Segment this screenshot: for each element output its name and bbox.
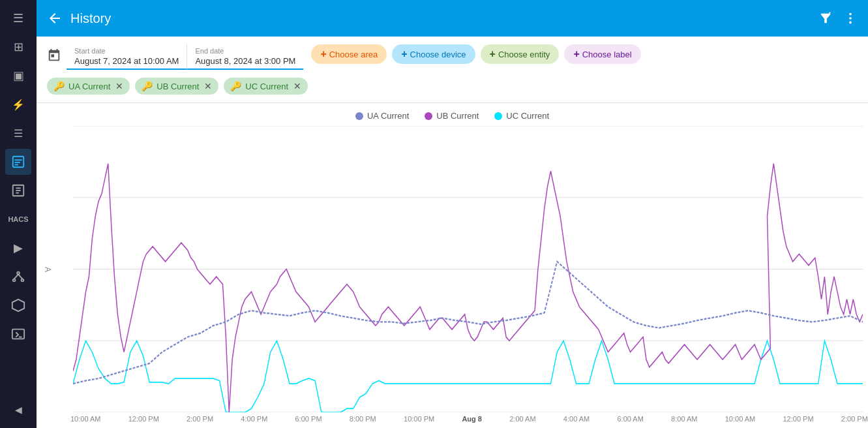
legend-uc: UC Current [494,111,549,121]
x-label-9: 4:00 AM [563,415,590,423]
x-label-8: 2:00 AM [509,415,535,423]
sidebar-item-vscode[interactable] [5,292,31,318]
filter-chips: + Choose area + Choose device + Choose e… [311,44,640,64]
end-date[interactable]: End date August 8, 2024 at 3:00 PM [187,44,303,70]
x-label-14: 2:00 PM [841,415,868,423]
back-button[interactable] [47,10,63,26]
uc-current-line [73,341,863,412]
date-section: Start date August 7, 2024 at 10:00 AM En… [47,44,303,70]
legend-dot-ua [355,112,363,120]
plus-icon: + [401,48,407,60]
remove-uc-button[interactable]: ✕ [293,81,301,91]
key-icon-ua: 🔑 [53,81,65,91]
calendar-icon[interactable] [47,48,61,66]
legend-ua: UA Current [355,111,409,121]
x-label-11: 8:00 AM [671,415,697,423]
end-date-label: End date [195,47,295,55]
sidebar-item-menu[interactable]: ☰ [5,5,31,31]
chart-area: UA Current UB Current UC Current A [37,103,868,428]
choose-area-button[interactable]: + Choose area [311,44,387,64]
date-range-selector: Start date August 7, 2024 at 10:00 AM En… [67,44,303,70]
y-axis-label: A [43,266,52,271]
x-label-12: 10:00 AM [725,415,755,423]
x-label-13: 12:00 PM [783,415,813,423]
topbar: History [37,0,868,37]
plus-icon: + [320,48,326,60]
svg-rect-2 [15,162,20,163]
sidebar-item-logbook[interactable] [5,177,31,204]
sidebar-item-network[interactable] [5,264,31,290]
sidebar-item-history[interactable] [5,149,31,175]
x-label-5: 8:00 PM [350,415,376,423]
sidebar-item-devices[interactable]: ▣ [5,63,31,89]
end-date-value: August 8, 2024 at 3:00 PM [195,56,295,66]
sidebar-item-terminal[interactable] [5,321,31,347]
start-date-label: Start date [74,47,179,55]
topbar-actions [818,11,858,25]
svg-marker-13 [12,299,24,311]
entity-label-uc: UC Current [245,82,288,91]
plus-icon: + [573,48,579,60]
entity-chip-ua[interactable]: 🔑 UA Current ✕ [47,78,130,95]
svg-point-8 [17,272,20,275]
remove-ub-button[interactable]: ✕ [204,81,212,91]
main-content: History Start date August 7, 2024 at [37,0,868,428]
sidebar-item-dashboard[interactable]: ⊞ [5,34,31,60]
sidebar-item-hacs[interactable]: HACS [5,206,31,232]
legend-ub: UB Current [425,111,479,121]
choose-device-button[interactable]: + Choose device [392,44,475,64]
legend-label-ua: UA Current [367,111,409,121]
start-date[interactable]: Start date August 7, 2024 at 10:00 AM [67,44,187,70]
svg-point-17 [849,13,852,16]
svg-line-11 [14,274,18,279]
x-label-2: 2:00 PM [187,415,213,423]
x-label-1: 12:00 PM [128,415,159,423]
x-label-7: Aug 8 [462,415,482,423]
svg-point-10 [22,279,24,282]
remove-ua-button[interactable]: ✕ [115,81,123,91]
sidebar-item-automations[interactable]: ⚡ [5,91,31,117]
key-icon-ub: 🔑 [142,81,153,91]
sidebar-item-collapse[interactable]: ◀ [5,397,31,423]
sidebar-item-media[interactable]: ▶ [5,235,31,261]
svg-point-19 [849,22,852,24]
entity-label-ub: UB Current [157,82,199,91]
filter-bar: Start date August 7, 2024 at 10:00 AM En… [37,37,868,103]
more-options-icon[interactable] [843,11,858,25]
x-axis-labels: 10:00 AM 12:00 PM 2:00 PM 4:00 PM 6:00 P… [37,412,868,428]
ua-current-line [73,262,863,384]
svg-rect-1 [15,159,22,160]
chart-container: A 15 10 5 0 [37,126,868,412]
plus-icon: + [490,48,496,60]
x-label-4: 6:00 PM [295,415,322,423]
ub-current-line [73,164,863,412]
history-chart: 15 10 5 0 [73,126,863,412]
key-icon-uc: 🔑 [230,81,241,91]
chart-legend: UA Current UB Current UC Current [37,108,868,126]
sidebar: ☰ ⊞ ▣ ⚡ ☰ HACS ▶ ◀ [0,0,37,428]
page-title: History [70,11,811,26]
selected-entity-chips: 🔑 UA Current ✕ 🔑 UB Current ✕ 🔑 UC Curre… [47,78,308,95]
x-label-10: 6:00 AM [617,415,643,423]
svg-line-12 [18,274,22,279]
entity-chip-uc[interactable]: 🔑 UC Current ✕ [224,78,308,95]
choose-entity-button[interactable]: + Choose entity [481,44,560,64]
legend-label-uc: UC Current [506,111,549,121]
entity-label-ua: UA Current [68,82,110,91]
svg-point-18 [849,17,852,20]
start-date-value: August 7, 2024 at 10:00 AM [74,56,179,66]
choose-label-button[interactable]: + Choose label [564,44,640,64]
content-area: Start date August 7, 2024 at 10:00 AM En… [37,37,868,428]
legend-dot-uc [494,112,502,120]
filter-icon[interactable] [818,11,833,25]
x-label-0: 10:00 AM [70,415,100,423]
sidebar-item-lists[interactable]: ☰ [5,120,31,146]
svg-rect-3 [15,164,19,166]
svg-line-16 [830,12,831,14]
svg-point-9 [13,279,16,282]
x-label-6: 10:00 PM [404,415,434,423]
entity-chip-ub[interactable]: 🔑 UB Current ✕ [135,78,218,95]
legend-label-ub: UB Current [436,111,479,121]
x-label-3: 4:00 PM [241,415,267,423]
legend-dot-ub [425,112,432,120]
